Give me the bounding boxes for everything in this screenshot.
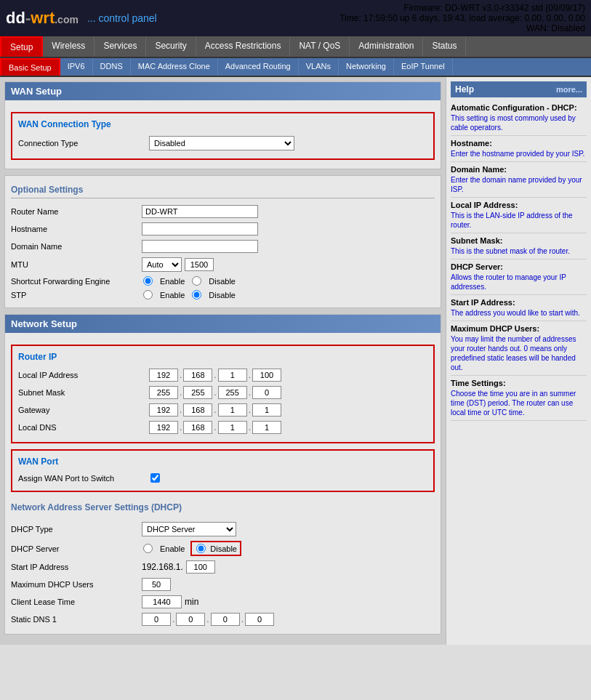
mtu-value-input[interactable] bbox=[185, 258, 214, 271]
optional-settings-title: Optional Settings bbox=[11, 182, 435, 198]
tab-status[interactable]: Status bbox=[423, 36, 466, 57]
local-dns-4[interactable] bbox=[252, 421, 281, 434]
tab-wireless[interactable]: Wireless bbox=[43, 36, 95, 57]
help-text-1: Enter the hostname provided by your ISP. bbox=[451, 149, 587, 158]
lease-time-unit: min bbox=[185, 597, 198, 607]
subtab-networking[interactable]: Networking bbox=[339, 58, 394, 76]
assign-wan-label: Assign WAN Port to Switch bbox=[18, 474, 149, 483]
shortcut-disable-radio[interactable] bbox=[192, 276, 201, 286]
start-ip-input[interactable] bbox=[186, 560, 215, 574]
header-info: Firmware: DD-WRT v3.0-r33342 std (09/09/… bbox=[339, 3, 585, 33]
hostname-label: Hostname bbox=[11, 225, 142, 233]
local-dns-1[interactable] bbox=[149, 421, 178, 434]
local-dns-3[interactable] bbox=[218, 421, 247, 434]
tab-access-restrictions[interactable]: Access Restrictions bbox=[196, 36, 291, 57]
domain-name-label: Domain Name bbox=[11, 242, 142, 251]
local-ip-1[interactable] bbox=[149, 369, 178, 382]
dhcp-type-select[interactable]: DHCP Server DHCP Forwarder bbox=[142, 522, 236, 536]
tab-services[interactable]: Services bbox=[95, 36, 146, 57]
stp-disable-radio[interactable] bbox=[192, 290, 201, 299]
gateway-1[interactable] bbox=[149, 403, 178, 417]
subtab-basic-setup[interactable]: Basic Setup bbox=[0, 58, 60, 76]
max-users-input[interactable] bbox=[142, 578, 171, 591]
help-item-4: Subnet Mask: This is the subnet mask of … bbox=[451, 233, 587, 260]
mtu-row: MTU Auto Manual bbox=[11, 255, 435, 274]
gateway-4[interactable] bbox=[252, 403, 281, 417]
local-dns-2[interactable] bbox=[183, 421, 212, 434]
optional-settings-section: Optional Settings Router Name Hostname D… bbox=[4, 175, 441, 308]
help-heading-6: Start IP Address: bbox=[451, 298, 587, 307]
local-ip-3[interactable] bbox=[218, 369, 247, 382]
gateway-3[interactable] bbox=[218, 403, 247, 417]
max-users-label: Maximum DHCP Users bbox=[11, 580, 142, 589]
shortcut-enable-radio[interactable] bbox=[143, 276, 153, 286]
dhcp-settings-title: Network Address Server Settings (DHCP) bbox=[11, 499, 435, 515]
router-name-label: Router Name bbox=[11, 207, 142, 216]
assign-wan-checkbox[interactable] bbox=[150, 473, 160, 483]
subtab-advanced-routing[interactable]: Advanced Routing bbox=[218, 58, 299, 76]
subnet-4[interactable] bbox=[252, 386, 281, 399]
domain-name-input[interactable] bbox=[142, 240, 258, 253]
local-ip-4[interactable] bbox=[252, 369, 281, 382]
connection-type-select[interactable]: Disabled Automatic Configuration - DHCP … bbox=[149, 136, 294, 150]
subnet-row: Subnet Mask . . . bbox=[18, 384, 427, 401]
router-ip-box: Router IP Local IP Address . . . bbox=[11, 345, 435, 443]
help-text-2: Enter the domain name provided by your I… bbox=[451, 175, 587, 194]
subnet-3[interactable] bbox=[218, 386, 247, 399]
subtab-eoi-tunnel[interactable]: EoIP Tunnel bbox=[394, 58, 453, 76]
tab-nat-qos[interactable]: NAT / QoS bbox=[290, 36, 350, 57]
help-item-1: Hostname: Enter the hostname provided by… bbox=[451, 136, 587, 162]
static-dns1-label: Static DNS 1 bbox=[11, 615, 142, 624]
help-heading-4: Subnet Mask: bbox=[451, 236, 587, 245]
help-item-6: Start IP Address: The address you would … bbox=[451, 295, 587, 321]
wan-connection-type-title: WAN Connection Type bbox=[18, 119, 427, 129]
help-item-0: Automatic Configuration - DHCP: This set… bbox=[451, 100, 587, 136]
lease-time-row: Client Lease Time min bbox=[11, 593, 435, 611]
hostname-input[interactable] bbox=[142, 222, 258, 236]
mtu-label: MTU bbox=[11, 260, 142, 269]
lease-time-input[interactable] bbox=[142, 595, 182, 608]
subnet-2[interactable] bbox=[183, 386, 212, 399]
tab-security[interactable]: Security bbox=[146, 36, 196, 57]
router-name-input[interactable] bbox=[142, 205, 258, 218]
help-more-link[interactable]: more... bbox=[556, 85, 582, 94]
wan-connection-type-box: WAN Connection Type Connection Type Disa… bbox=[11, 112, 435, 160]
stp-enable-radio[interactable] bbox=[143, 290, 153, 299]
subnet-1[interactable] bbox=[149, 386, 178, 399]
dhcp-disable-radio[interactable] bbox=[196, 544, 206, 553]
wan-setup-content: WAN Connection Type Connection Type Disa… bbox=[5, 103, 441, 169]
subtab-ddns[interactable]: DDNS bbox=[93, 58, 131, 76]
wan-port-row: Assign WAN Port to Switch bbox=[18, 471, 427, 485]
help-text-6: The address you would like to start with… bbox=[451, 308, 587, 318]
local-dns-row: Local DNS . . . bbox=[18, 419, 427, 436]
network-setup-title: Network Setup bbox=[5, 315, 441, 333]
tab-setup[interactable]: Setup bbox=[0, 36, 43, 57]
gateway-2[interactable] bbox=[183, 403, 212, 417]
shortcut-label: Shortcut Forwarding Engine bbox=[11, 277, 142, 286]
static-dns1-1[interactable] bbox=[142, 613, 171, 626]
help-item-8: Time Settings: Choose the time you are i… bbox=[451, 376, 587, 421]
wan-setup-section: WAN Setup WAN Connection Type Connection… bbox=[4, 81, 441, 169]
help-text-4: This is the subnet mask of the router. bbox=[451, 246, 587, 256]
mtu-mode-select[interactable]: Auto Manual bbox=[142, 257, 182, 272]
hostname-row: Hostname bbox=[11, 220, 435, 238]
static-dns1-3[interactable] bbox=[211, 613, 240, 626]
max-users-row: Maximum DHCP Users bbox=[11, 576, 435, 593]
local-ip-row: Local IP Address . . . bbox=[18, 366, 427, 384]
subtab-ipv6[interactable]: IPV6 bbox=[60, 58, 93, 76]
dhcp-disable-highlight: Disable bbox=[190, 541, 241, 556]
dhcp-enable-radio[interactable] bbox=[143, 544, 153, 553]
tab-administration[interactable]: Administration bbox=[350, 36, 423, 57]
wan-status: WAN: Disabled bbox=[339, 23, 585, 33]
dhcp-settings-area: Network Address Server Settings (DHCP) D… bbox=[11, 499, 435, 628]
start-ip-prefix: 192.168.1. bbox=[142, 562, 183, 572]
local-ip-2[interactable] bbox=[183, 369, 212, 382]
help-items: Automatic Configuration - DHCP: This set… bbox=[451, 100, 587, 421]
static-dns1-4[interactable] bbox=[245, 613, 274, 626]
optional-settings-content: Optional Settings Router Name Hostname D… bbox=[5, 176, 441, 307]
subtab-vlans[interactable]: VLANs bbox=[299, 58, 339, 76]
static-dns1-2[interactable] bbox=[176, 613, 205, 626]
help-heading-5: DHCP Server: bbox=[451, 262, 587, 271]
dhcp-enable-label: Enable bbox=[160, 544, 185, 553]
subtab-mac-address-clone[interactable]: MAC Address Clone bbox=[131, 58, 218, 76]
